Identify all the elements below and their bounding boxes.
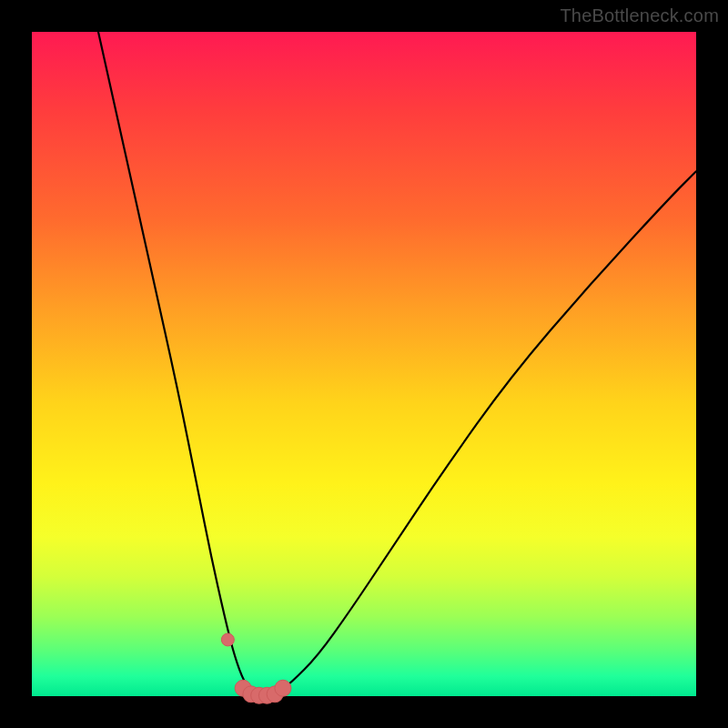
chart-stage: TheBottleneck.com [0,0,728,728]
chart-svg [32,32,696,696]
watermark-text: TheBottleneck.com [560,5,719,26]
highlight-dot [275,680,291,696]
bottleneck-curve [98,32,696,696]
plot-area [32,32,696,696]
highlight-dot [221,633,234,646]
highlight-dots [221,633,291,703]
